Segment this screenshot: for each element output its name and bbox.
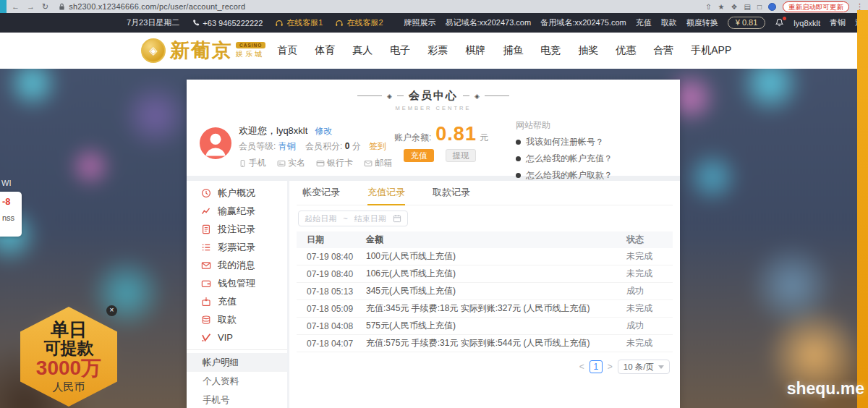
back-icon[interactable]: ←	[12, 2, 20, 12]
sidebar-item-bet-record[interactable]: 投注记录	[187, 220, 287, 238]
nav-item[interactable]: 首页	[277, 44, 297, 57]
member-sidebar: 帐户概况 输赢纪录 投注记录 彩票记录 我的消息	[187, 181, 287, 408]
nav-item[interactable]: 彩票	[427, 44, 448, 57]
nav-item[interactable]: 抽奖	[578, 44, 598, 57]
online-service-2[interactable]: 在线客服2	[335, 17, 383, 28]
sidebar-label: 帐户概况	[218, 187, 255, 200]
id-card-icon	[277, 159, 286, 168]
verify-phone[interactable]: 手机	[239, 157, 266, 169]
sidebar-sub-item[interactable]: 个人资料	[187, 372, 287, 391]
sidebar-item-recharge[interactable]: 充值	[187, 292, 287, 310]
header-status: 状态	[626, 234, 673, 246]
record-amount: 充值:575元 手续费:31元 实际到账:544元 (人民币线上充值)	[366, 337, 626, 349]
promo-line4: 人民币	[53, 380, 85, 394]
topbar-level: 青铜	[830, 17, 846, 28]
checkin-link[interactable]: 签到	[369, 141, 386, 151]
topbar-transfer-link[interactable]: 额度转换	[686, 17, 718, 28]
topbar-withdraw-link[interactable]: 取款	[661, 17, 677, 28]
sidebar-sub-item[interactable]: 帐户明细	[187, 353, 287, 372]
fragment-red-text: -8	[2, 196, 22, 207]
help-item[interactable]: 怎么给我的帐户取款？	[516, 169, 671, 182]
promo-line2: 可提款	[44, 339, 94, 357]
help-title: 网站帮助	[516, 119, 671, 132]
sidebar-label: 钱包管理	[218, 277, 255, 290]
record-tab[interactable]: 取款记录	[433, 181, 470, 205]
vip-icon	[201, 333, 211, 343]
edit-link[interactable]: 修改	[315, 126, 332, 136]
profile-avatar[interactable]	[768, 3, 776, 11]
reading-list-icon[interactable]: ▤	[744, 3, 751, 11]
fragment-box: -8 nss	[0, 192, 22, 237]
topbar-username[interactable]: lyq8xklt	[793, 19, 820, 27]
bullet-icon	[516, 173, 521, 178]
header-date: 日期	[297, 234, 366, 246]
verify-realname[interactable]: 实名	[277, 157, 305, 169]
record-amount: 充值:345元 手续费:18元 实际到账:327元 (人民币线上充值)	[366, 302, 626, 315]
online-service-1[interactable]: 在线客服1	[275, 17, 323, 28]
nav-item[interactable]: 体育	[315, 44, 335, 57]
address-bar[interactable]: sh2300.x12346666.com/pc/user/account_rec…	[59, 2, 245, 11]
record-tab[interactable]: 充值记录	[367, 181, 405, 205]
sidebar-label: 输赢纪录	[218, 205, 255, 218]
nav-item[interactable]: 真人	[352, 44, 373, 57]
decor-line	[357, 95, 382, 96]
notification-bell[interactable]	[775, 18, 784, 27]
chrome-update-button[interactable]: 重新启动即可更新	[783, 1, 849, 12]
verify-email[interactable]: 邮箱	[364, 157, 392, 169]
window-icon[interactable]: □	[757, 3, 762, 11]
reload-icon[interactable]: ↻	[42, 2, 48, 12]
nav-item[interactable]: 电子	[390, 44, 410, 57]
record-amount: 345元(人民币线上充值)	[366, 285, 626, 297]
user-avatar[interactable]	[200, 127, 231, 159]
close-icon[interactable]: ×	[106, 305, 117, 316]
help-item[interactable]: 我该如何注册帐号？	[516, 136, 671, 148]
license-link[interactable]: 牌照展示	[404, 17, 436, 28]
date-range-picker[interactable]: 起始日期 ~ 结束日期	[298, 211, 408, 226]
sidebar-item-winloss[interactable]: 输赢纪录	[187, 202, 287, 220]
sidebar-label: VIP	[218, 332, 233, 343]
page-number[interactable]: 1	[590, 360, 603, 373]
topbar-balance-pill[interactable]: ¥ 0.81	[728, 17, 766, 29]
sidebar-item-vip[interactable]: VIP	[187, 328, 287, 347]
record-tab[interactable]: 帐变记录	[302, 181, 340, 205]
help-item-label: 我该如何注册帐号？	[526, 136, 604, 148]
nav-item[interactable]: 电竞	[540, 44, 561, 57]
prev-page-icon[interactable]: <	[579, 362, 584, 372]
sidebar-label: 我的消息	[218, 259, 255, 272]
sidebar-item-lottery-record[interactable]: 彩票记录	[187, 238, 287, 256]
sidebar-item-account-overview[interactable]: 帐户概况	[187, 184, 287, 202]
sidebar-item-wallet[interactable]: 钱包管理	[187, 274, 287, 292]
casino-badge: CASINO	[236, 42, 265, 48]
withdraw-button[interactable]: 提现	[446, 149, 476, 162]
clock-icon	[201, 188, 211, 198]
phone-number: +63 9465222222	[203, 19, 263, 27]
site-logo[interactable]: ◈ 新葡京 CASINO 娱乐城	[141, 38, 265, 64]
page-size-select[interactable]: 10 条/页	[618, 360, 670, 374]
sidebar-divider	[187, 349, 287, 350]
service-phone: +63 9465222222	[192, 19, 263, 27]
nav-item[interactable]: 手机APP	[691, 44, 731, 57]
share-icon[interactable]: ⇧	[705, 3, 711, 11]
record-status: 成功	[626, 320, 673, 332]
end-date-placeholder: 结束日期	[354, 213, 386, 224]
extensions-icon[interactable]: ❖	[731, 3, 738, 11]
nav-item[interactable]: 捕鱼	[503, 44, 523, 57]
sidebar-sub-item[interactable]: 手机号	[187, 391, 287, 408]
nav-item[interactable]: 棋牌	[465, 44, 485, 57]
browser-chrome: ← → ↻ sh2300.x12346666.com/pc/user/accou…	[0, 0, 868, 13]
verify-bankcard[interactable]: 银行卡	[316, 157, 353, 169]
next-page-icon[interactable]: >	[608, 362, 613, 372]
sidebar-item-messages[interactable]: 我的消息	[187, 256, 287, 274]
topbar-recharge-link[interactable]: 充值	[636, 17, 652, 28]
sidebar-item-withdraw[interactable]: 取款	[187, 310, 287, 328]
bookmark-star-icon[interactable]: ★	[718, 3, 725, 11]
member-center-panel: ◈ 会员中心 ◈ MEMBER CENTRE 欢迎您，lyq8xklt修改	[187, 80, 680, 408]
verify-realname-label: 实名	[288, 157, 305, 169]
member-level: 青铜	[278, 141, 296, 151]
nav-item[interactable]: 合营	[653, 44, 673, 57]
forward-icon[interactable]: →	[27, 2, 35, 12]
help-item[interactable]: 怎么给我的帐户充值？	[516, 153, 671, 165]
recharge-button[interactable]: 充值	[404, 149, 434, 162]
nav-item[interactable]: 优惠	[616, 44, 636, 57]
record-date: 07-18 04:07	[297, 339, 366, 349]
